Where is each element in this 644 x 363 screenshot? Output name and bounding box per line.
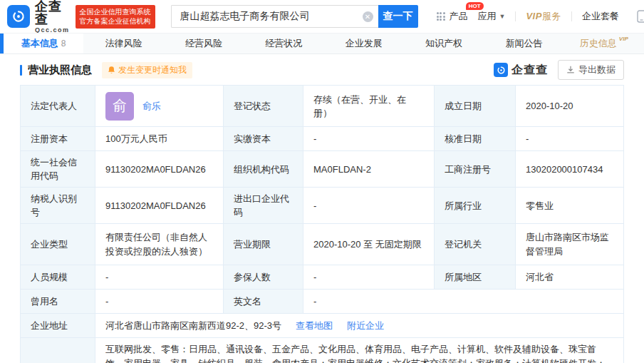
nav-vip-service[interactable]: VIP服务 — [526, 10, 561, 23]
field-value-former-name: - — [95, 290, 224, 314]
chevron-down-icon: ▼ — [499, 13, 506, 20]
tab-legal-risk[interactable]: 法律风险 — [83, 34, 163, 53]
field-value-registration-authority: 唐山市路南区市场监督管理局 — [516, 224, 624, 265]
field-value-registration-status: 存续（在营、开业、在册） — [303, 86, 435, 127]
nav-product-label: 产品 — [450, 10, 468, 23]
field-label-business-scope: 经营范围 — [21, 338, 95, 363]
field-value-business-scope: 互联网批发、零售：日用品、通讯设备、五金产品、文化用品、体育用品、电子产品、计算… — [95, 338, 624, 363]
field-value-import-export-code: - — [303, 188, 435, 224]
field-label-company-address: 企业地址 — [21, 314, 95, 338]
field-value-company-address: 河北省唐山市路南区南新西道92-2、92-3号 查看地图 附近企业 — [95, 314, 624, 338]
nav-vip-label: VIP — [526, 11, 541, 21]
brand-name: 企查查 — [35, 0, 70, 26]
vip-superscript: VIP — [619, 36, 628, 42]
certification-badge: 全国企业信用查询系统 官方备案企业征信机构 — [76, 5, 155, 29]
field-label-former-name: 曾用名 — [21, 290, 95, 314]
field-label-insured-persons: 参保人数 — [224, 265, 303, 290]
field-value-unified-social-credit-code: 91130202MA0FLDAN26 — [95, 151, 224, 188]
section-tabbar: 基本信息 8 法律风险 经营风险 经营状况 企业发展 知识产权 新闻公告 历史信… — [0, 33, 644, 54]
field-value-industry: 零售业 — [516, 188, 624, 224]
nav-apps-label: 应用 — [478, 10, 497, 23]
change-notify-button[interactable]: 发生变更时通知我 — [102, 62, 192, 78]
hot-badge: HOT — [466, 2, 484, 10]
nav-package-label: 企业套餐 — [582, 10, 619, 23]
field-label-registration-status: 登记状态 — [224, 86, 303, 127]
export-data-label: 导出数据 — [578, 63, 616, 76]
main-content: 营业执照信息 发生变更时通知我 企查查 导出数据 法定代 — [0, 56, 644, 363]
field-label-staff-size: 人员规模 — [21, 265, 95, 290]
field-value-company-type: 有限责任公司（非自然人投资或控股的法人独资） — [95, 224, 224, 265]
field-label-unified-social-credit-code: 统一社会信用代码 — [21, 151, 95, 188]
field-label-english-name: 英文名 — [224, 290, 303, 314]
field-value-legal-representative: 俞 俞乐 — [95, 86, 224, 127]
divider — [571, 11, 572, 21]
business-scope-text: 互联网批发、零售：日用品、通讯设备、五金产品、文化用品、体育用品、电子产品、计算… — [105, 342, 613, 363]
nav-apps[interactable]: 应用 ▼ — [478, 10, 506, 23]
certification-line1: 全国企业信用查询系统 — [80, 7, 151, 17]
legal-rep-name-link[interactable]: 俞乐 — [142, 99, 161, 113]
apps-grid-icon — [437, 12, 445, 21]
field-label-business-term: 营业期限 — [224, 224, 303, 265]
field-value-business-term: 2020-10-20 至 无固定期限 — [303, 224, 435, 265]
field-label-legal-representative: 法定代表人 — [21, 86, 95, 127]
qcc-watermark-text: 企查查 — [511, 63, 548, 78]
qcc-watermark: 企查查 — [494, 63, 548, 78]
nav-enterprise-package[interactable]: 企业套餐 — [582, 10, 619, 23]
tab-basic-info-count: 8 — [61, 39, 66, 48]
field-label-import-export-code: 进出口企业代码 — [224, 188, 303, 224]
field-value-business-registration-number: 130202000107434 — [516, 151, 624, 188]
field-label-paid-in-capital: 实缴资本 — [224, 127, 303, 151]
top-nav-links: 产品 HOT 应用 ▼ VIP服务 企业套餐 — [437, 6, 644, 27]
tab-operation-risk[interactable]: 经营风险 — [164, 34, 244, 53]
field-label-industry: 所属行业 — [435, 188, 516, 224]
company-address-text: 河北省唐山市路南区南新西道92-2、92-3号 — [105, 319, 281, 332]
nav-product[interactable]: 产品 HOT — [437, 10, 468, 23]
search-input[interactable] — [171, 5, 378, 28]
tab-news-announcements[interactable]: 新闻公告 — [484, 34, 564, 53]
tab-intellectual-property[interactable]: 知识产权 — [404, 34, 484, 53]
tab-basic-info[interactable]: 基本信息 8 — [4, 34, 83, 53]
divider — [515, 11, 516, 21]
field-value-taxpayer-id: 91130202MA0FLDAN26 — [95, 188, 224, 224]
search-button[interactable]: 查一下 — [378, 5, 418, 28]
view-map-link[interactable]: 查看地图 — [296, 319, 333, 332]
qcc-logo[interactable]: 企查查 Qcc.com — [7, 0, 70, 34]
export-data-button[interactable]: 导出数据 — [558, 60, 624, 80]
bell-icon — [108, 66, 115, 74]
field-label-company-type: 企业类型 — [21, 224, 95, 265]
certification-line2: 官方备案企业征信机构 — [80, 16, 151, 26]
field-label-approval-date: 核准日期 — [435, 127, 516, 151]
business-license-table: 法定代表人 俞 俞乐 登记状态 存续（在营、开业、在册） 成立日期 2020-1… — [20, 85, 624, 363]
field-label-registration-authority: 登记机关 — [435, 224, 516, 265]
nearby-companies-link[interactable]: 附近企业 — [347, 319, 384, 332]
field-value-english-name: - — [303, 290, 624, 314]
nav-vip-suffix: 服务 — [542, 11, 561, 21]
legal-rep-avatar[interactable]: 俞 — [105, 92, 134, 121]
field-label-registered-capital: 注册资本 — [21, 127, 95, 151]
field-label-business-registration-number: 工商注册号 — [435, 151, 516, 188]
field-label-taxpayer-id: 纳税人识别号 — [21, 188, 95, 224]
tab-operation-status[interactable]: 经营状况 — [244, 34, 323, 53]
field-value-organization-code: MA0FLDAN-2 — [303, 151, 435, 188]
qcc-watermark-icon — [494, 63, 508, 77]
field-label-organization-code: 组织机构代码 — [224, 151, 303, 188]
tab-history-info[interactable]: 历史信息 VIP — [564, 34, 644, 53]
field-label-region: 所属地区 — [435, 265, 516, 290]
section-title: 营业执照信息 — [28, 63, 92, 77]
mobile-phone-icon[interactable] — [636, 10, 644, 23]
field-value-establishment-date: 2020-10-20 — [516, 86, 624, 127]
download-icon — [566, 66, 575, 74]
qcc-company-page: 企查查 Qcc.com 全国企业信用查询系统 官方备案企业征信机构 ✕ 查一下 … — [0, 0, 644, 363]
field-label-establishment-date: 成立日期 — [435, 86, 516, 127]
field-value-staff-size: - — [95, 265, 224, 290]
field-value-insured-persons: - — [303, 265, 435, 290]
field-value-registered-capital: 100万元人民币 — [95, 127, 224, 151]
top-icons — [636, 6, 644, 27]
field-value-paid-in-capital: - — [303, 127, 435, 151]
top-navbar: 企查查 Qcc.com 全国企业信用查询系统 官方备案企业征信机构 ✕ 查一下 … — [0, 0, 644, 33]
qcc-logo-icon — [7, 5, 30, 28]
tab-company-development[interactable]: 企业发展 — [324, 34, 404, 53]
company-search: ✕ 查一下 — [171, 5, 418, 28]
clear-search-icon[interactable]: ✕ — [363, 11, 373, 22]
change-notify-label: 发生变更时通知我 — [118, 64, 187, 76]
